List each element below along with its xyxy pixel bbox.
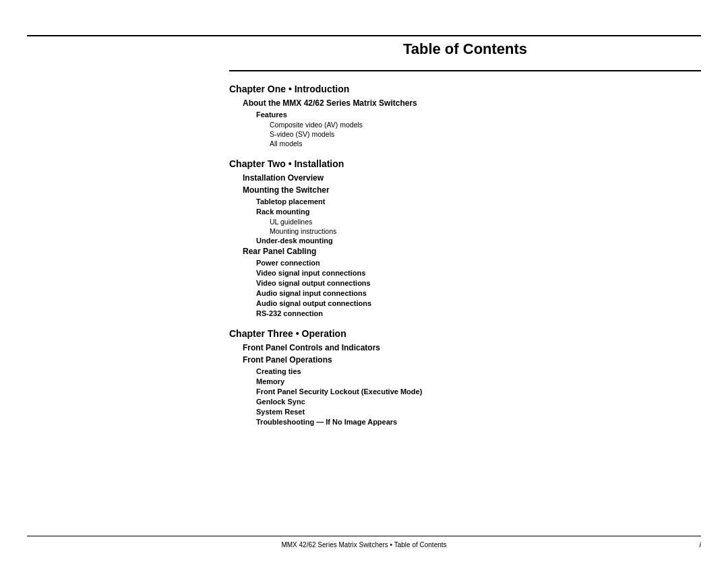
footer-center-text: MMX 42/62 Series Matrix Switchers • Tabl… — [195, 541, 533, 549]
item-security-lockout: Front Panel Security Lockout (Executive … — [256, 387, 701, 396]
chapter-two-heading: Chapter Two • Installation — [229, 158, 701, 169]
item-audio-input: Audio signal input connections — [256, 289, 701, 297]
item-creating-ties: Creating ties — [256, 367, 701, 375]
title-rule — [229, 70, 701, 71]
item-rs232: RS-232 connection — [256, 309, 701, 317]
item-genlock-sync: Genlock Sync — [256, 398, 701, 406]
item-video-output: Video signal output connections — [256, 279, 701, 287]
section-installation-overview: Installation Overview — [243, 173, 701, 183]
item-ul-guidelines: UL guidelines — [270, 218, 701, 226]
section-mounting-switcher: Mounting the Switcher — [243, 185, 701, 195]
section-about-mmx: About the MMX 42/62 Series Matrix Switch… — [243, 98, 701, 108]
left-column — [27, 40, 216, 522]
section-front-panel-controls: Front Panel Controls and Indicators — [243, 343, 701, 352]
section-features: Features — [256, 111, 701, 119]
item-audio-output: Audio signal output connections — [256, 299, 701, 307]
chapter-three-heading: Chapter Three • Operation — [229, 328, 701, 339]
section-rear-panel-cabling: Rear Panel Cabling — [243, 247, 701, 256]
right-column: Table of Contents Chapter One • Introduc… — [216, 40, 701, 522]
item-system-reset: System Reset — [256, 408, 701, 416]
page: Table of Contents Chapter One • Introduc… — [0, 0, 728, 562]
chapter-one-block: Chapter One • Introduction About the MMX… — [229, 84, 701, 148]
top-rule — [27, 35, 701, 36]
toc-title: Table of Contents — [229, 40, 701, 58]
item-memory: Memory — [256, 377, 701, 385]
item-svideo: S-video (SV) models — [270, 130, 701, 138]
item-mounting-instructions: Mounting instructions — [270, 227, 701, 235]
item-composite-video: Composite video (AV) models — [270, 121, 701, 129]
content-area: Table of Contents Chapter One • Introduc… — [27, 40, 701, 522]
chapter-three-block: Chapter Three • Operation Front Panel Co… — [229, 328, 701, 426]
item-rack-mounting: Rack mounting — [256, 208, 701, 216]
section-front-panel-operations: Front Panel Operations — [243, 355, 701, 365]
chapter-one-heading: Chapter One • Introduction — [229, 84, 701, 94]
item-under-desk: Under-desk mounting — [256, 237, 701, 245]
item-video-input: Video signal input connections — [256, 269, 701, 277]
footer-page-number: i — [533, 540, 701, 549]
item-tabletop: Tabletop placement — [256, 197, 701, 206]
footer: MMX 42/62 Series Matrix Switchers • Tabl… — [27, 536, 701, 549]
item-power-connection: Power connection — [256, 259, 701, 267]
item-troubleshooting: Troubleshooting — If No Image Appears — [256, 418, 701, 426]
item-all-models: All models — [270, 139, 701, 148]
chapter-two-block: Chapter Two • Installation Installation … — [229, 158, 701, 317]
